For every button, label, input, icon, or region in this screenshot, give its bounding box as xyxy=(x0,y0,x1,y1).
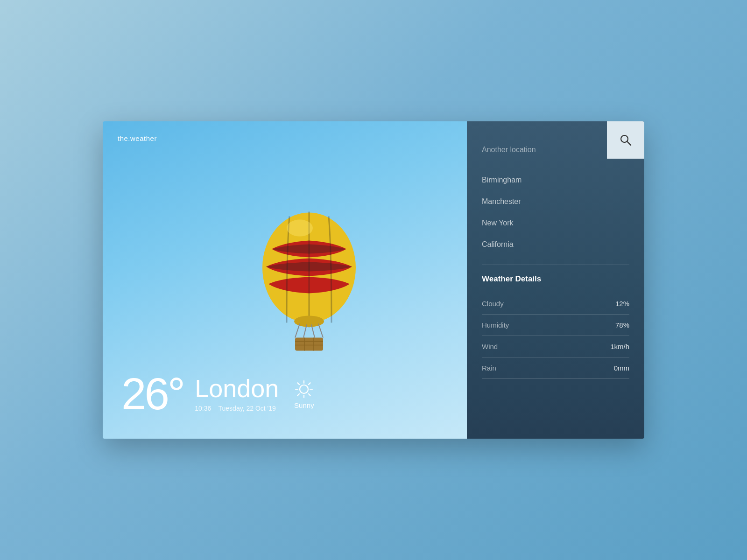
location-item[interactable]: Birmingham xyxy=(482,169,629,191)
search-icon xyxy=(619,133,632,147)
svg-line-4 xyxy=(318,324,323,338)
weather-panel: the.weather xyxy=(103,121,467,439)
svg-line-3 xyxy=(295,324,300,338)
balloon-svg xyxy=(248,203,370,352)
svg-line-18 xyxy=(309,394,310,396)
location-item[interactable]: Manchester xyxy=(482,191,629,212)
condition-label: Sunny xyxy=(294,401,314,409)
detail-value-humidity: 78% xyxy=(615,321,629,329)
location-search-wrapper xyxy=(467,121,607,158)
svg-line-20 xyxy=(298,394,300,396)
detail-divider-bottom xyxy=(482,378,629,379)
detail-value-cloudy: 12% xyxy=(615,300,629,308)
detail-label-humidity: Humidity xyxy=(482,321,509,329)
svg-point-12 xyxy=(300,385,308,393)
app-container: the.weather xyxy=(103,121,644,439)
svg-line-22 xyxy=(627,141,631,145)
condition-block: Sunny xyxy=(294,379,314,409)
detail-row-humidity: Humidity 78% xyxy=(482,315,629,336)
weather-info: 26° London 10:36 – Tuesday, 22 Oct '19 xyxy=(121,371,314,416)
svg-rect-7 xyxy=(295,338,323,351)
location-item[interactable]: New York xyxy=(482,212,629,234)
location-search-input[interactable] xyxy=(482,142,592,158)
weather-details-title: Weather Details xyxy=(482,274,629,284)
location-block: London 10:36 – Tuesday, 22 Oct '19 xyxy=(195,376,279,412)
section-divider xyxy=(482,265,629,265)
balloon-illustration xyxy=(248,203,370,352)
detail-label-cloudy: Cloudy xyxy=(482,300,504,308)
city-name: London xyxy=(195,376,279,401)
location-item[interactable]: California xyxy=(482,234,629,255)
detail-label-rain: Rain xyxy=(482,364,496,372)
detail-row-rain: Rain 0mm xyxy=(482,357,629,378)
detail-row-wind: Wind 1km/h xyxy=(482,336,629,357)
location-list: Birmingham Manchester New York Californi… xyxy=(467,158,644,255)
detail-value-wind: 1km/h xyxy=(610,343,629,350)
weather-details-section: Weather Details Cloudy 12% Humidity 78% … xyxy=(467,274,644,439)
detail-value-rain: 0mm xyxy=(614,364,629,372)
detail-row-cloudy: Cloudy 12% xyxy=(482,293,629,314)
svg-point-2 xyxy=(294,316,324,327)
sidebar: Birmingham Manchester New York Californi… xyxy=(467,121,644,439)
sun-icon xyxy=(294,379,314,399)
svg-line-19 xyxy=(309,383,310,385)
temperature-display: 26° xyxy=(121,371,183,416)
detail-label-wind: Wind xyxy=(482,343,498,350)
brand-logo: the.weather xyxy=(118,134,157,142)
datetime-display: 10:36 – Tuesday, 22 Oct '19 xyxy=(195,405,279,412)
svg-point-1 xyxy=(287,220,313,237)
search-button[interactable] xyxy=(607,121,644,159)
svg-line-17 xyxy=(298,383,300,385)
